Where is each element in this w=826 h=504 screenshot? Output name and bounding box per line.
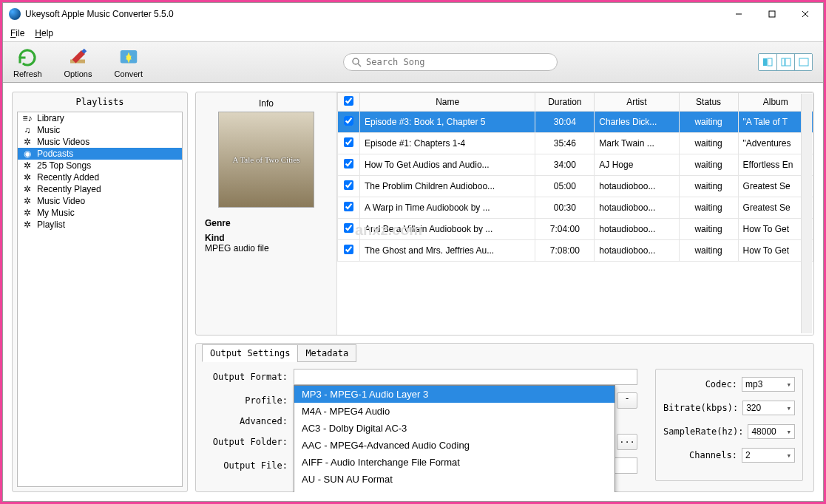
format-option-mp3[interactable]: MP3 - MPEG-1 Audio Layer 3 [294,386,615,403]
search-icon [351,57,362,67]
format-option-au[interactable]: AU - SUN AU Format [294,471,615,488]
cell-name: Episode #1: Chapters 1-4 [360,133,535,154]
menu-file[interactable]: File [10,28,24,38]
format-option-m4a[interactable]: M4A - MPEG4 Audio [294,403,615,420]
sidebar-item-recently-played[interactable]: ✲Recently Played [18,183,182,195]
table-row[interactable]: Episode #1: Chapters 1-4 35:46 Mark Twai… [338,133,813,154]
library-icon: ≡♪ [22,113,33,123]
output-folder-label: Output Folder: [206,437,288,447]
svg-rect-10 [768,58,772,66]
album-cover: A Tale of Two Cities [218,112,314,208]
table-row[interactable]: Episode #3: Book 1, Chapter 5 30:04 Char… [338,112,813,133]
sidebar-item-my-music[interactable]: ✲My Music [18,207,182,219]
format-option-aiff[interactable]: AIFF - Audio Interchange File Format [294,454,615,471]
sidebar-item-music-video[interactable]: ✲Music Video [18,195,182,207]
gear-icon: ✲ [22,219,33,230]
header-checkbox[interactable] [338,93,360,112]
row-checkbox[interactable] [344,245,353,254]
advanced-label: Advanced: [206,416,288,426]
row-checkbox[interactable] [344,223,353,233]
output-format-select[interactable] [294,369,637,385]
cell-status: waiting [679,176,738,197]
cell-artist: AJ Hoge [595,154,679,176]
info-header: Info [259,98,274,109]
sidebar-item-25-top-songs[interactable]: ✲25 Top Songs [18,160,182,171]
table-header-row: Name Duration Artist Status Album [338,93,813,112]
cell-status: waiting [679,133,738,154]
upper-panel: Info A Tale of Two Cities Genre Kind MPE… [195,92,814,336]
tab-metadata[interactable]: Metadata [297,344,356,362]
maximize-button[interactable] [755,4,788,24]
table-row[interactable]: And Be a Villain Audiobook by ... 7:04:0… [338,219,813,240]
row-checkbox[interactable] [344,180,353,190]
table-row[interactable]: The Problim Children Audioboo... 05:00 h… [338,176,813,197]
cell-name: The Ghost and Mrs. Jeffries Au... [360,240,535,262]
cell-status: waiting [679,219,738,240]
layout-button-1[interactable] [759,54,776,70]
refresh-button[interactable]: Refresh [13,47,42,78]
bitrate-select[interactable]: 320 [742,401,795,415]
table-row[interactable]: The Ghost and Mrs. Jeffries Au... 7:08:0… [338,240,813,262]
cell-duration: 05:00 [535,176,595,197]
playlist-list: ≡♪Library ♫Music ✲Music Videos ◉Podcasts… [17,112,183,487]
cell-duration: 34:00 [535,154,595,176]
sidebar: Playlists ≡♪Library ♫Music ✲Music Videos… [12,92,188,492]
kind-label: Kind [205,233,225,243]
refresh-icon [16,47,38,69]
header-name[interactable]: Name [360,93,535,112]
sidebar-item-library[interactable]: ≡♪Library [18,112,182,124]
podcast-icon: ◉ [22,149,33,159]
cell-name: The Problim Children Audioboo... [360,176,535,197]
app-icon [9,8,21,20]
format-option-aac[interactable]: AAC - MPEG4-Advanced Audio Coding [294,437,615,454]
output-format-dropdown[interactable]: MP3 - MPEG-1 Audio Layer 3 M4A - MPEG4 A… [294,385,615,492]
minimize-button[interactable] [722,4,755,24]
header-status[interactable]: Status [679,93,738,112]
sidebar-item-playlist[interactable]: ✲Playlist [18,219,182,231]
table-row[interactable]: A Warp in Time Audiobook by ... 00:30 ho… [338,197,813,219]
profile-remove-button[interactable]: - [617,392,637,409]
cell-name: Episode #3: Book 1, Chapter 5 [360,112,535,133]
layout-button-3[interactable] [794,54,812,70]
options-icon [67,47,89,69]
format-option-ac3[interactable]: AC3 - Dolby Digital AC-3 [294,420,615,437]
row-checkbox[interactable] [344,202,353,211]
header-duration[interactable]: Duration [535,93,595,112]
row-checkbox[interactable] [344,159,353,168]
codec-select[interactable]: mp3 [742,377,795,392]
row-checkbox[interactable] [344,137,353,147]
tab-output-settings[interactable]: Output Settings [202,344,298,362]
cell-duration: 7:04:00 [535,219,595,240]
menu-help[interactable]: Help [35,28,53,38]
options-button[interactable]: Options [64,47,92,78]
browse-folder-button[interactable]: ... [617,434,637,450]
sidebar-item-recently-added[interactable]: ✲Recently Added [18,171,182,183]
sidebar-item-music-videos[interactable]: ✲Music Videos [18,136,182,148]
format-option-flac[interactable]: FLAC - Free Lossless Audio Codec [294,488,615,492]
convert-button[interactable]: Convert [114,47,143,78]
sidebar-item-music[interactable]: ♫Music [18,124,182,136]
layout-button-2[interactable] [776,54,794,70]
table-row[interactable]: How To Get Audios and Audio... 34:00 AJ … [338,154,813,176]
row-checkbox[interactable] [344,116,353,126]
track-table[interactable]: Name Duration Artist Status Album Episod… [336,92,813,335]
output-file-label: Output File: [206,460,288,471]
menubar: File Help [3,25,823,41]
cell-status: waiting [679,154,738,176]
channels-select[interactable]: 2 [742,448,795,463]
scrollbar[interactable] [801,94,812,333]
header-artist[interactable]: Artist [595,93,679,112]
codec-label: Codec: [663,379,737,389]
cell-name: How To Get Audios and Audio... [360,154,535,176]
cell-name: A Warp in Time Audiobook by ... [360,197,535,219]
sidebar-item-podcasts[interactable]: ◉Podcasts [18,148,182,160]
cell-name: And Be a Villain Audiobook by ... [360,219,535,240]
close-button[interactable] [788,4,822,24]
samplerate-select[interactable]: 48000 [748,424,795,439]
codec-panel: Codec:mp3 Bitrate(kbps):320 SampleRate(h… [655,369,803,481]
search-box[interactable] [343,53,558,71]
svg-rect-13 [799,58,808,66]
search-input[interactable] [366,57,549,67]
svg-point-7 [353,58,359,64]
bitrate-label: Bitrate(kbps): [663,403,738,413]
